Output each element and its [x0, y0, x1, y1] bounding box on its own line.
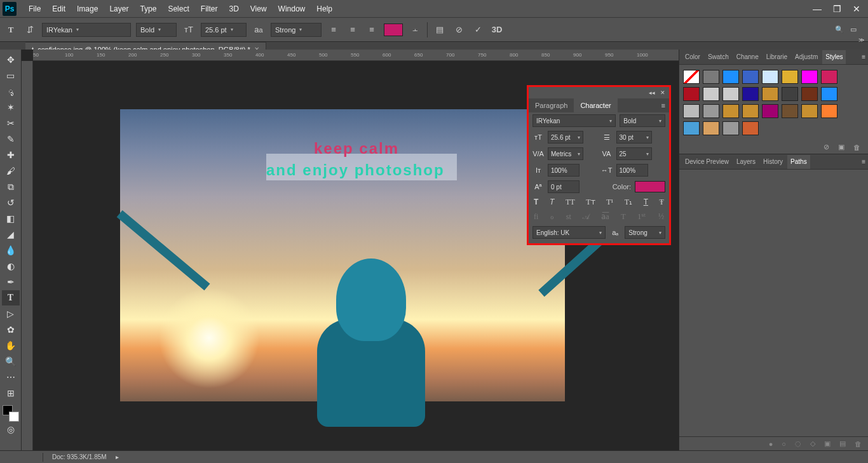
- style-swatch[interactable]: [683, 104, 700, 118]
- expand-panels-icon[interactable]: ≫: [858, 37, 864, 43]
- tool-type[interactable]: T: [2, 290, 20, 305]
- style-swatch[interactable]: [762, 104, 778, 118]
- align-right-icon[interactable]: ≡: [365, 23, 379, 37]
- tab-history[interactable]: History: [760, 155, 786, 169]
- tab-adjustments[interactable]: Adjustm: [792, 50, 821, 64]
- style-swatch[interactable]: [742, 121, 759, 135]
- tab-paths[interactable]: Paths: [787, 155, 810, 169]
- document-canvas[interactable]: keep calm and enjoy photoshop: [120, 109, 565, 401]
- panel-menu-icon[interactable]: ≡: [862, 53, 865, 60]
- canvas-text-line1[interactable]: keep calm: [314, 140, 399, 158]
- allcaps-icon[interactable]: TT: [566, 198, 575, 207]
- char-language-dropdown[interactable]: English: UK▾: [532, 226, 606, 239]
- tool-gradient[interactable]: ◢: [2, 227, 20, 242]
- tool-crop[interactable]: ✂: [2, 116, 20, 131]
- style-swatch[interactable]: [821, 104, 837, 118]
- tab-device-preview[interactable]: Device Preview: [682, 155, 732, 169]
- style-swatch[interactable]: [821, 87, 837, 101]
- char-size-input[interactable]: 25.6 pt▾: [548, 131, 583, 144]
- tool-clone[interactable]: ⧉: [2, 179, 20, 194]
- sel-to-path-icon[interactable]: ◇: [810, 440, 815, 448]
- style-swatch[interactable]: [821, 70, 837, 84]
- tool-hand[interactable]: ✋: [2, 338, 20, 353]
- tool-shape[interactable]: ✿: [2, 322, 20, 337]
- tool-lasso[interactable]: ೃ: [2, 84, 20, 99]
- ligatures-icon[interactable]: fi: [534, 212, 538, 222]
- style-swatch[interactable]: [742, 70, 759, 84]
- tool-path-select[interactable]: ▷: [2, 306, 20, 321]
- menu-window[interactable]: Window: [278, 4, 306, 13]
- titling-icon[interactable]: T: [621, 212, 625, 222]
- tool-blur[interactable]: 💧: [2, 243, 20, 258]
- fill-path-icon[interactable]: ●: [769, 440, 773, 448]
- status-zoom[interactable]: [5, 453, 43, 462]
- font-size-dropdown[interactable]: 25.6 pt▾: [201, 23, 247, 37]
- char-leading-input[interactable]: 30 pt▾: [616, 131, 652, 144]
- menu-edit[interactable]: Edit: [52, 4, 65, 13]
- style-swatch[interactable]: [782, 87, 798, 101]
- search-icon[interactable]: 🔍: [835, 25, 844, 34]
- menu-help[interactable]: Help: [316, 4, 332, 13]
- text-orientation-icon[interactable]: ⇵: [23, 23, 37, 37]
- faux-italic-icon[interactable]: T: [550, 198, 554, 207]
- tool-healing[interactable]: ✚: [2, 147, 20, 163]
- char-weight-dropdown[interactable]: Bold▾: [620, 114, 665, 127]
- tool-edit-toolbar[interactable]: ⊞: [2, 386, 20, 401]
- menu-select[interactable]: Select: [168, 4, 189, 13]
- stylistic-icon[interactable]: a͞a: [601, 212, 609, 222]
- faux-bold-icon[interactable]: T: [534, 198, 538, 207]
- style-swatch[interactable]: [801, 70, 818, 84]
- tab-styles[interactable]: Styles: [822, 50, 846, 64]
- char-font-dropdown[interactable]: IRYekan▾: [532, 114, 616, 127]
- menu-filter[interactable]: Filter: [201, 4, 218, 13]
- tool-history-brush[interactable]: ↺: [2, 195, 20, 210]
- tool-preset-type-icon[interactable]: T: [4, 23, 18, 37]
- warp-text-icon[interactable]: ⫠: [408, 23, 422, 37]
- delete-style-icon[interactable]: 🗑: [853, 144, 860, 151]
- style-swatch[interactable]: [683, 121, 700, 135]
- delete-path-icon[interactable]: 🗑: [855, 440, 862, 448]
- character-panel[interactable]: ◂◂ ✕ Paragraph Character ≡ IRYekan▾ Bold…: [527, 85, 671, 245]
- antialias-dropdown[interactable]: Strong▾: [271, 23, 322, 37]
- style-swatch[interactable]: [703, 121, 719, 135]
- fg-bg-color[interactable]: [3, 405, 19, 422]
- panel-menu-icon[interactable]: ≡: [658, 102, 669, 109]
- cancel-edit-icon[interactable]: ⊘: [452, 23, 466, 37]
- char-hscale-input[interactable]: 100%: [616, 164, 648, 177]
- fractions-icon[interactable]: ½: [658, 212, 664, 222]
- char-baseline-input[interactable]: 0 pt: [548, 180, 580, 193]
- status-chevron-icon[interactable]: ▸: [116, 453, 119, 460]
- underline-icon[interactable]: T: [644, 198, 648, 207]
- workspace-switcher-icon[interactable]: ▭: [850, 25, 857, 34]
- font-family-dropdown[interactable]: IRYekan▾: [42, 23, 131, 37]
- no-style-icon[interactable]: ⊘: [824, 143, 829, 151]
- superscript-icon[interactable]: T¹: [606, 198, 613, 207]
- smallcaps-icon[interactable]: Tᴛ: [586, 198, 595, 207]
- style-swatch[interactable]: [722, 87, 739, 101]
- menu-layer[interactable]: Layer: [109, 4, 128, 13]
- toggle-char-panel-icon[interactable]: ▤: [433, 23, 447, 37]
- tab-channels[interactable]: Channe: [733, 50, 762, 64]
- tool-quick-select[interactable]: ✶: [2, 100, 20, 115]
- tool-marquee[interactable]: ▭: [2, 68, 20, 83]
- tab-character[interactable]: Character: [574, 98, 617, 112]
- style-swatch[interactable]: [762, 70, 778, 84]
- align-center-icon[interactable]: ≡: [346, 23, 360, 37]
- menu-image[interactable]: Image: [77, 4, 98, 13]
- collapse-panel-icon[interactable]: ◂◂: [649, 90, 655, 96]
- style-swatch[interactable]: [742, 104, 759, 118]
- new-style-icon[interactable]: ▣: [838, 143, 844, 151]
- strikethrough-icon[interactable]: Ŧ: [660, 198, 664, 207]
- char-color-swatch[interactable]: [635, 181, 665, 192]
- menu-type[interactable]: Type: [140, 4, 156, 13]
- menu-view[interactable]: View: [250, 4, 267, 13]
- tab-layers[interactable]: Layers: [733, 155, 759, 169]
- style-swatch[interactable]: [722, 70, 739, 84]
- char-aa-dropdown[interactable]: Strong▾: [625, 226, 665, 239]
- swash-icon[interactable]: 𝒜: [583, 212, 589, 222]
- commit-edit-icon[interactable]: ✓: [471, 23, 485, 37]
- style-swatch[interactable]: [742, 87, 759, 101]
- panel-menu-icon[interactable]: ≡: [862, 158, 865, 165]
- stroke-path-icon[interactable]: ○: [782, 440, 786, 448]
- tool-dodge[interactable]: ◐: [2, 258, 20, 274]
